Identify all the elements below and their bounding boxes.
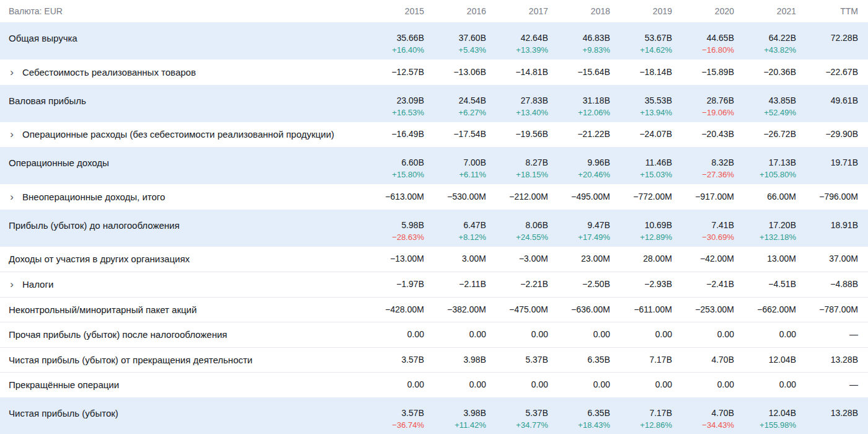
value-cell: 46.83B+9.83%	[558, 32, 620, 56]
cell-value: 7.17B	[620, 354, 672, 366]
value-cell: −428.00M	[372, 304, 434, 316]
value-cell: −772.00M	[620, 191, 682, 203]
cell-value: 6.47B	[434, 219, 486, 231]
cell-change-percent: −34.43%	[682, 419, 734, 431]
cell-change-percent: +34.77%	[496, 419, 548, 431]
cell-change-percent: +8.12%	[434, 231, 486, 243]
cell-value: 23.09B	[372, 95, 424, 107]
value-cell: 72.28B	[806, 32, 868, 44]
value-cell: 13.28B	[806, 407, 868, 419]
column-header-2018: 2018	[558, 6, 620, 16]
cell-change-percent: +12.89%	[620, 231, 672, 243]
cell-value: 4.70B	[682, 407, 734, 419]
cell-value: 0.00	[620, 329, 672, 340]
table-row: Прочая прибыль (убыток) после налогообло…	[0, 322, 868, 347]
table-row: Чистая прибыль (убыток) от прекращения д…	[0, 347, 868, 373]
value-cell: −20.36B	[744, 66, 806, 78]
cell-value: −15.89B	[682, 66, 734, 78]
cell-value: 46.83B	[558, 32, 610, 44]
value-cell: 66.00M	[744, 191, 806, 203]
cell-value: 0.00	[682, 329, 734, 340]
value-cell: 64.22B+43.82%	[744, 32, 806, 56]
value-cell: 28.76B−19.06%	[682, 95, 744, 118]
value-cell: 10.69B+12.89%	[620, 219, 682, 243]
value-cell: 8.27B+18.15%	[496, 157, 558, 180]
cell-value: 0.00	[496, 379, 548, 391]
value-cell: −212.00M	[496, 191, 558, 203]
value-cell: 3.98B+11.42%	[434, 407, 496, 431]
value-cell: −796.00M	[806, 191, 868, 203]
value-cell: —	[806, 379, 868, 391]
value-cell: —	[806, 329, 868, 340]
cell-value: 28.00M	[620, 253, 672, 265]
value-cell: 43.85B+52.49%	[744, 95, 806, 118]
value-cell: −13.00M	[372, 253, 434, 265]
cell-value: −15.64B	[558, 66, 610, 78]
value-cell: −382.00M	[434, 304, 496, 316]
cell-change-percent: +15.80%	[372, 169, 424, 180]
value-cell: −530.00M	[434, 191, 496, 203]
cell-value: 19.71B	[806, 157, 858, 169]
cell-change-percent: +12.06%	[558, 107, 610, 118]
cell-value: 0.00	[496, 329, 548, 340]
chevron-right-icon[interactable]: ›	[9, 67, 15, 78]
cell-value: −16.49B	[372, 128, 424, 140]
table-row[interactable]: ›Налоги−1.97B−2.11B−2.21B−2.50B−2.93B−2.…	[0, 272, 868, 297]
table-row[interactable]: ›Операционные расходы (без себестоимости…	[0, 122, 868, 148]
cell-change-percent: +155.98%	[744, 419, 796, 431]
row-label-text: Прибыль (убыток) до налогообложения	[9, 219, 180, 231]
cell-value: 24.54B	[434, 95, 486, 107]
table-row: Общая выручка35.66B+16.40%37.60B+5.43%42…	[0, 22, 868, 60]
cell-value: 9.47B	[558, 219, 610, 231]
cell-change-percent: +13.94%	[620, 107, 672, 118]
cell-value: −428.00M	[372, 304, 424, 316]
cell-change-percent: +12.86%	[620, 419, 672, 431]
column-header-2015: 2015	[372, 6, 434, 16]
chevron-right-icon[interactable]: ›	[9, 129, 15, 140]
row-label-text: Прочая прибыль (убыток) после налогообло…	[9, 329, 227, 340]
row-label: Общая выручка	[0, 32, 372, 44]
row-label-text: Себестоимость реализованных товаров	[22, 66, 196, 78]
cell-value: −20.36B	[744, 66, 796, 78]
table-row[interactable]: ›Внеоперационные доходы, итого−613.00M−5…	[0, 184, 868, 210]
cell-change-percent: −19.06%	[682, 107, 734, 118]
value-cell: 19.71B	[806, 157, 868, 169]
cell-value: 37.60B	[434, 32, 486, 44]
cell-value: −253.00M	[682, 304, 734, 316]
value-cell: 0.00	[558, 329, 620, 340]
cell-value: 31.18B	[558, 95, 610, 107]
value-cell: 11.46B+15.03%	[620, 157, 682, 180]
value-cell: −15.64B	[558, 66, 620, 78]
cell-value: 7.00B	[434, 157, 486, 169]
chevron-right-icon[interactable]: ›	[9, 279, 15, 290]
cell-value: −917.00M	[682, 191, 734, 203]
row-label: ›Внеоперационные доходы, итого	[0, 191, 372, 203]
cell-value: −29.90B	[806, 128, 858, 140]
value-cell: 0.00	[620, 329, 682, 340]
cell-value: 35.66B	[372, 32, 424, 44]
value-cell: 3.00M	[434, 253, 496, 265]
cell-value: −796.00M	[806, 191, 858, 203]
cell-value: −2.41B	[682, 278, 734, 290]
value-cell: −24.07B	[620, 128, 682, 140]
chevron-right-icon[interactable]: ›	[9, 192, 15, 202]
cell-value: −2.11B	[434, 278, 486, 290]
cell-value: −21.22B	[558, 128, 610, 140]
value-cell: −917.00M	[682, 191, 744, 203]
cell-value: −662.00M	[744, 304, 796, 316]
value-cell: −475.00M	[496, 304, 558, 316]
cell-value: 12.04B	[744, 354, 796, 366]
value-cell: −787.00M	[806, 304, 868, 316]
cell-value: −13.00M	[372, 253, 424, 265]
cell-change-percent: +52.49%	[744, 107, 796, 118]
cell-value: −20.43B	[682, 128, 734, 140]
value-cell: 5.37B+34.77%	[496, 407, 558, 431]
cell-value: −4.88B	[806, 278, 858, 290]
cell-value: 6.35B	[558, 407, 610, 419]
cell-value: −495.00M	[558, 191, 610, 203]
value-cell: 8.06B+24.55%	[496, 219, 558, 243]
cell-value: −14.81B	[496, 66, 548, 78]
value-cell: −21.22B	[558, 128, 620, 140]
table-row[interactable]: ›Себестоимость реализованных товаров−12.…	[0, 60, 868, 85]
cell-value: 37.00M	[806, 253, 858, 265]
